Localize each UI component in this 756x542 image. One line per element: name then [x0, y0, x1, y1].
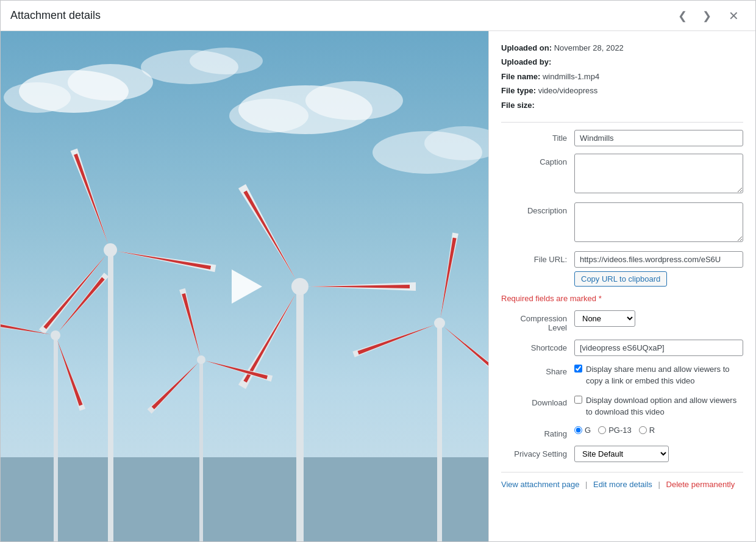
svg-point-8 — [190, 48, 263, 74]
shortcode-label: Shortcode — [501, 340, 574, 352]
share-checkbox[interactable] — [574, 365, 582, 373]
share-control: Display share menu and allow viewers to … — [574, 363, 743, 387]
uploaded-on-value: November 28, 2022 — [554, 43, 624, 52]
download-row: Download Display download option and all… — [501, 394, 743, 418]
chevron-left-icon: ❮ — [678, 9, 687, 23]
video-panel — [1, 31, 488, 541]
rating-r-label: R — [649, 426, 655, 435]
privacy-control: Site Default Public Private Password Pro… — [574, 446, 743, 462]
svg-point-45 — [197, 355, 205, 364]
svg-rect-12 — [296, 287, 304, 541]
privacy-label: Privacy Setting — [501, 446, 574, 458]
privacy-select[interactable]: Site Default Public Private Password Pro… — [574, 446, 669, 462]
delete-permanently-link[interactable]: Delete permanently — [666, 480, 735, 489]
play-button[interactable] — [226, 268, 263, 305]
required-note: Required fields are marked * — [501, 294, 743, 303]
caption-row: Caption — [501, 154, 743, 195]
share-label: Share — [501, 363, 574, 376]
title-label: Title — [501, 130, 574, 143]
separator-2: | — [658, 480, 660, 489]
compression-control: None Low Medium High — [574, 310, 743, 327]
prev-attachment-button[interactable]: ❮ — [670, 4, 694, 28]
file-name-value: windmills-1.mp4 — [543, 72, 599, 81]
modal-header: Attachment details ❮ ❯ ✕ — [1, 1, 755, 31]
svg-point-2 — [68, 64, 153, 101]
compression-select[interactable]: None Low Medium High — [574, 310, 635, 327]
required-asterisk: * — [599, 294, 602, 303]
copy-url-button[interactable]: Copy URL to clipboard — [574, 271, 667, 287]
close-icon: ✕ — [729, 9, 739, 23]
caption-label: Caption — [501, 154, 574, 166]
modal-title: Attachment details — [10, 9, 670, 22]
rating-g-label: G — [585, 426, 591, 435]
uploaded-on-row: Uploaded on: November 28, 2022 — [501, 41, 743, 55]
privacy-row: Privacy Setting Site Default Public Priv… — [501, 446, 743, 462]
file-metadata: Uploaded on: November 28, 2022 Uploaded … — [501, 41, 743, 112]
description-row: Description — [501, 202, 743, 244]
svg-point-21 — [104, 243, 117, 257]
uploaded-on-label: Uploaded on: — [501, 43, 552, 52]
file-url-row: File URL: Copy URL to clipboard — [501, 251, 743, 287]
shortcode-row: Shortcode — [501, 340, 743, 356]
svg-point-37 — [51, 330, 60, 340]
rating-control: G PG-13 R — [574, 426, 743, 435]
svg-rect-44 — [199, 360, 203, 541]
svg-point-3 — [4, 82, 71, 113]
modal-navigation: ❮ ❯ ✕ — [670, 4, 746, 28]
separator-1: | — [585, 480, 587, 489]
edit-details-link[interactable]: Edit more details — [593, 480, 652, 489]
shortcode-control — [574, 340, 743, 356]
svg-point-6 — [229, 99, 308, 133]
svg-rect-20 — [108, 250, 113, 541]
file-type-row: File type: video/videopress — [501, 84, 743, 98]
rating-g-item: G — [574, 426, 591, 435]
rating-row: Rating G PG-13 R — [501, 426, 743, 438]
file-size-label: File size: — [501, 101, 535, 110]
svg-point-5 — [305, 81, 403, 120]
rating-r-item: R — [639, 426, 655, 435]
caption-control — [574, 154, 743, 195]
modal-body: Uploaded on: November 28, 2022 Uploaded … — [1, 31, 755, 541]
chevron-right-icon: ❯ — [702, 9, 711, 23]
close-modal-button[interactable]: ✕ — [721, 4, 746, 28]
file-url-label: File URL: — [501, 251, 574, 264]
uploaded-by-label: Uploaded by: — [501, 57, 551, 66]
compression-label: Compression Level — [501, 310, 574, 332]
file-url-control: Copy URL to clipboard — [574, 251, 743, 287]
download-label: Download — [501, 394, 574, 407]
svg-point-13 — [291, 278, 308, 295]
file-name-label: File name: — [501, 72, 540, 81]
file-url-input[interactable] — [574, 251, 743, 268]
description-control — [574, 202, 743, 244]
caption-textarea[interactable] — [574, 154, 743, 193]
rating-radio-group: G PG-13 R — [574, 426, 743, 435]
rating-g-radio[interactable] — [574, 426, 582, 434]
footer-links: View attachment page | Edit more details… — [501, 472, 743, 489]
svg-rect-11 — [1, 457, 488, 541]
view-attachment-link[interactable]: View attachment page — [501, 480, 579, 489]
rating-pg13-item: PG-13 — [598, 426, 632, 435]
description-textarea[interactable] — [574, 202, 743, 242]
svg-point-29 — [434, 318, 445, 329]
rating-pg13-label: PG-13 — [608, 426, 632, 435]
file-type-value: video/videopress — [538, 86, 598, 95]
rating-pg13-radio[interactable] — [598, 426, 606, 434]
download-checkbox-label: Display download option and allow viewer… — [586, 394, 743, 418]
rating-r-radio[interactable] — [639, 426, 647, 434]
compression-row: Compression Level None Low Medium High — [501, 310, 743, 332]
uploaded-by-row: Uploaded by: — [501, 55, 743, 69]
rating-label: Rating — [501, 426, 574, 438]
attachment-details-modal: Attachment details ❮ ❯ ✕ — [0, 0, 756, 542]
download-checkbox[interactable] — [574, 396, 582, 404]
next-attachment-button[interactable]: ❯ — [694, 4, 719, 28]
title-control — [574, 130, 743, 146]
meta-divider — [501, 122, 743, 123]
title-input[interactable] — [574, 130, 743, 146]
share-checkbox-row: Display share menu and allow viewers to … — [574, 363, 743, 387]
video-thumbnail — [1, 31, 488, 541]
details-panel: Uploaded on: November 28, 2022 Uploaded … — [488, 31, 755, 541]
download-checkbox-row: Display download option and allow viewer… — [574, 394, 743, 418]
svg-rect-36 — [54, 335, 58, 541]
description-label: Description — [501, 202, 574, 215]
shortcode-input[interactable] — [574, 340, 743, 356]
